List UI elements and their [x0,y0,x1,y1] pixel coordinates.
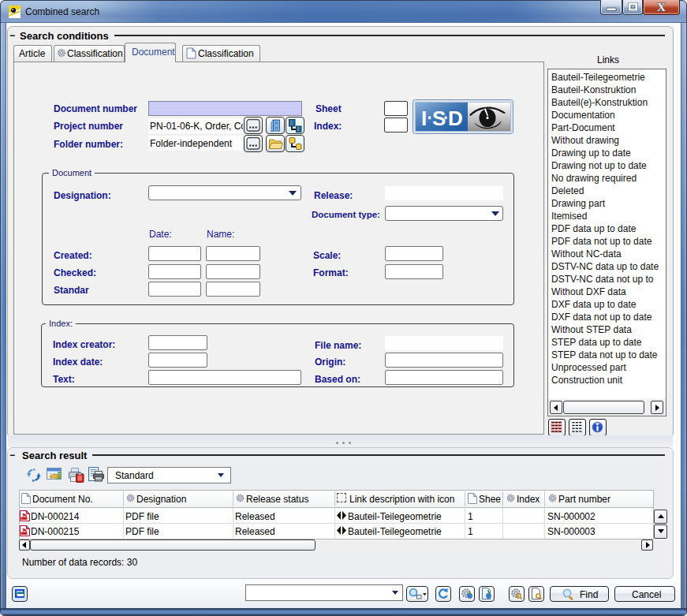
svg-text:D: D [448,106,463,130]
svg-text:I: I [421,106,427,130]
svg-text:X: X [657,1,666,13]
svg-text:S: S [432,106,446,130]
